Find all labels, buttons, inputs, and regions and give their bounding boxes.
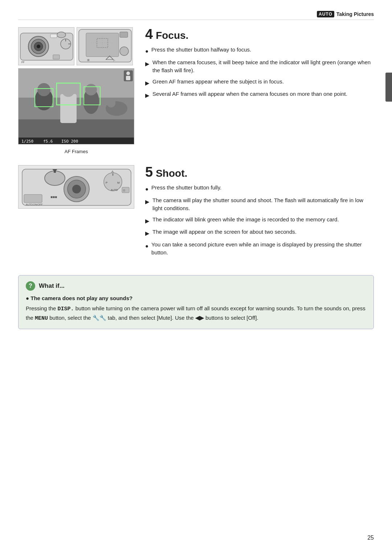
svg-rect-13 (86, 33, 119, 57)
page-number: 25 (367, 535, 374, 541)
bullet-shoot-4: ▶ The image will appear on the screen fo… (145, 228, 374, 238)
triangle-icon-1: ▶ (145, 60, 150, 68)
camera-back-svg: ⊞ ▷ (77, 28, 133, 65)
svg-text:f5.6: f5.6 (43, 139, 53, 144)
what-if-question: ● The camera does not play any sounds? (26, 295, 366, 301)
bullet-text-focus-1: Press the shutter button halfway to focu… (151, 46, 251, 54)
what-if-box: ? What if... ● The camera does not play … (18, 275, 374, 329)
triangle-icon-3: ▶ (145, 91, 150, 100)
step5-row: A P M AUTO AUTO ON/OFF ⊡ ■■■ (18, 165, 374, 257)
circle-icon-1: ● (145, 47, 148, 56)
svg-text:ISO 200: ISO 200 (61, 139, 78, 144)
bullet-shoot-5: ● You can take a second picture even whi… (145, 241, 374, 257)
bullet-text-shoot-2: The camera will play the shutter sound a… (152, 196, 374, 213)
svg-text:1/250: 1/250 (21, 139, 33, 144)
svg-rect-14 (120, 32, 128, 37)
bullet-text-shoot-5: You can take a second picture even while… (151, 241, 374, 257)
arrows-icon: ◀▶ (195, 315, 204, 321)
tab-icon: 🔧🔧 (93, 315, 106, 321)
triangle-icon-shoot-3: ▶ (145, 229, 150, 238)
auto-badge: AUTO (317, 11, 334, 17)
top-images: FF (18, 27, 134, 65)
step4-images: FF (18, 27, 134, 154)
svg-rect-38 (126, 76, 130, 80)
svg-text:FF: FF (21, 61, 25, 64)
page-header: AUTO Taking Pictures (18, 11, 374, 20)
bullet-focus-3: ▶ Green AF frames appear where the subje… (145, 78, 374, 87)
svg-text:AUTO: AUTO (26, 203, 33, 206)
question-badge: ? (26, 281, 35, 291)
bullet-shoot-2: ▶ The camera will play the shutter sound… (145, 196, 374, 213)
triangle-icon-shoot-1: ▶ (145, 198, 150, 206)
step5-header: 5 Shoot. (145, 165, 374, 179)
camera-ctrl-image: A P M AUTO AUTO ON/OFF ⊡ ■■■ (18, 165, 134, 209)
svg-point-5 (57, 32, 66, 38)
svg-rect-6 (50, 34, 57, 38)
step5-images: A P M AUTO AUTO ON/OFF ⊡ ■■■ (18, 165, 134, 209)
camera-back-view: ⊞ ▷ (77, 27, 133, 65)
bullet-text-shoot-1: Press the shutter button fully. (151, 184, 221, 192)
what-if-answer: Pressing the DISP. button while turning … (26, 304, 366, 323)
svg-point-32 (107, 99, 115, 107)
bullet-text-shoot-4: The image will appear on the screen for … (152, 228, 297, 236)
triangle-icon-2: ▶ (145, 79, 150, 87)
step4-bullets: ● Press the shutter button halfway to fo… (145, 46, 374, 100)
svg-point-44 (45, 171, 65, 185)
svg-rect-27 (60, 94, 77, 123)
step5-text: 5 Shoot. ● Press the shutter button full… (145, 165, 374, 257)
svg-rect-46 (54, 169, 56, 173)
bullet-shoot-1: ● Press the shutter button fully. (145, 184, 374, 193)
side-tab (385, 73, 392, 102)
svg-rect-11 (53, 55, 60, 59)
svg-text:P: P (106, 181, 107, 184)
bullet-shoot-3: ▶ The indicator will blink green while t… (145, 216, 374, 225)
step4-title: Focus. (156, 30, 188, 41)
step4-header: 4 Focus. (145, 27, 374, 41)
svg-text:⊞: ⊞ (87, 58, 90, 62)
step5-number: 5 (145, 165, 153, 179)
circle-icon-shoot-2: ● (145, 242, 148, 250)
svg-text:■■■: ■■■ (50, 195, 57, 199)
svg-text:M: M (117, 181, 120, 184)
header-title: Taking Pictures (336, 11, 374, 17)
bullet-text-focus-4: Several AF frames will appear when the c… (152, 90, 347, 98)
svg-point-4 (37, 45, 40, 48)
step5-title: Shoot. (156, 168, 187, 179)
af-photo-svg: 1/250 f5.6 ISO 200 (19, 69, 134, 144)
svg-point-18 (120, 47, 128, 56)
svg-text:AUTO: AUTO (111, 189, 118, 191)
svg-point-28 (62, 84, 75, 97)
svg-point-30 (85, 84, 97, 95)
bullet-text-focus-3: Green AF frames appear where the subject… (152, 78, 284, 86)
svg-point-37 (126, 71, 130, 75)
bullet-focus-4: ▶ Several AF frames will appear when the… (145, 90, 374, 100)
af-photo: 1/250 f5.6 ISO 200 (18, 68, 134, 144)
svg-point-26 (37, 83, 50, 96)
disp-text: DISP. (58, 306, 74, 312)
what-if-header: ? What if... (26, 281, 366, 291)
camera-top-svg: FF (19, 28, 74, 65)
step4-text: 4 Focus. ● Press the shutter button half… (145, 27, 374, 100)
bullet-focus-1: ● Press the shutter button halfway to fo… (145, 46, 374, 56)
af-caption: AF Frames (18, 149, 134, 154)
step4-row: FF (18, 27, 374, 154)
bullet-text-focus-2: When the camera focuses, it will beep tw… (152, 58, 374, 75)
circle-icon-shoot-1: ● (145, 185, 148, 193)
svg-text:ON/OFF: ON/OFF (33, 203, 42, 206)
camera-ctrl-svg: A P M AUTO AUTO ON/OFF ⊡ ■■■ (19, 165, 134, 209)
svg-rect-56 (24, 195, 42, 203)
what-if-title: What if... (39, 282, 65, 290)
step5-bullets: ● Press the shutter button fully. ▶ The … (145, 184, 374, 257)
step4-number: 4 (145, 27, 153, 41)
main-content: FF (18, 27, 374, 329)
triangle-icon-shoot-2: ▶ (145, 217, 150, 225)
svg-text:⊡: ⊡ (123, 189, 125, 192)
bullet-text-shoot-3: The indicator will blink green while the… (152, 216, 339, 224)
camera-top-view: FF (18, 27, 74, 65)
bullet-focus-2: ▶ When the camera focuses, it will beep … (145, 58, 374, 75)
menu-text: MENU (35, 315, 48, 322)
svg-text:A: A (111, 170, 114, 173)
svg-point-49 (72, 185, 81, 193)
